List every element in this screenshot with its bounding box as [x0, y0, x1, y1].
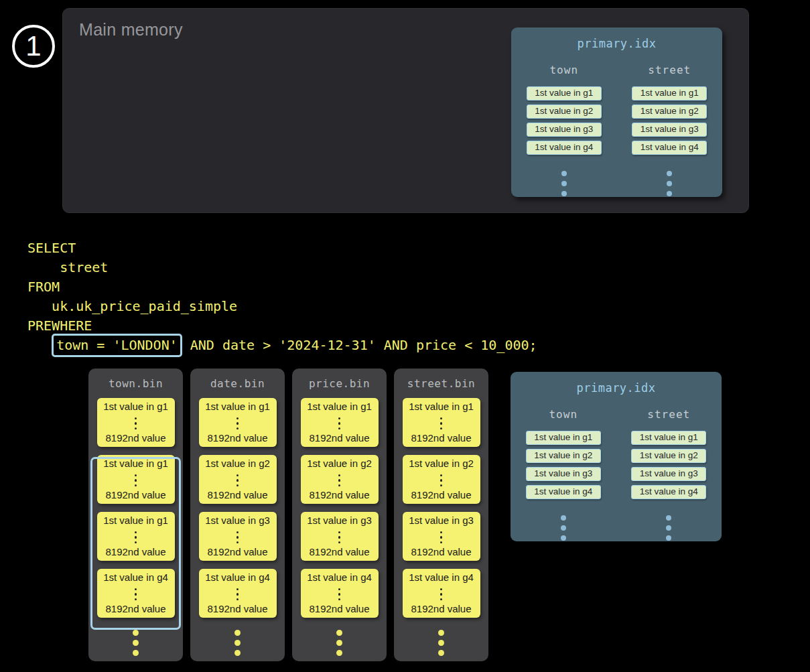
idx-column-header: town: [549, 64, 578, 76]
granule-block: 1st value in g1 8192nd value: [97, 455, 175, 504]
granule-first-value: 1st value in g4: [307, 572, 372, 583]
sql-condition-rest: AND date > '2024-12-31' AND price < 10_0…: [182, 337, 537, 353]
ellipsis-dots-icon: [292, 626, 387, 656]
granule-first-value: 1st value in g1: [103, 401, 168, 412]
granule-first-value: 1st value in g1: [205, 401, 270, 412]
granule-last-value: 8192nd value: [207, 546, 267, 557]
ellipsis-dots-icon: [440, 586, 443, 601]
granule-last-value: 8192nd value: [105, 546, 165, 557]
granule-last-value: 8192nd value: [207, 432, 267, 444]
granule-block: 1st value in g3 8192nd value: [403, 512, 480, 561]
ellipsis-dots-icon: [440, 529, 443, 544]
prewhere-town-highlight-box: town = 'LONDON': [52, 334, 182, 357]
granule-last-value: 8192nd value: [105, 603, 165, 614]
index-entry: 1st value in g3: [632, 123, 707, 137]
idx-column-town: town 1st value in g1 1st value in g2 1st…: [527, 64, 602, 196]
index-entry: 1st value in g4: [632, 141, 707, 155]
primary-idx-title: primary.idx: [511, 27, 722, 50]
index-entry: 1st value in g2: [526, 449, 601, 463]
primary-idx-title: primary.idx: [511, 372, 722, 395]
granule-first-value: 1st value in g4: [205, 572, 270, 583]
bin-file-title: street.bin: [394, 377, 488, 390]
primary-idx-box-memory: primary.idx town 1st value in g1 1st val…: [511, 27, 722, 197]
granule-first-value: 1st value in g1: [307, 401, 372, 412]
ellipsis-dots-icon: [338, 586, 341, 601]
sql-line-table: uk.uk_price_paid_simple: [27, 297, 537, 316]
granule-first-value: 1st value in g3: [307, 515, 372, 526]
granule-block: 1st value in g3 8192nd value: [301, 512, 379, 561]
ellipsis-dots-icon: [338, 415, 341, 430]
ellipsis-dots-icon: [561, 166, 567, 196]
sql-line-select: SELECT: [27, 239, 537, 258]
bin-file-street: street.bin 1st value in g1 8192nd value …: [394, 368, 488, 661]
index-entry: 1st value in g1: [632, 86, 707, 100]
index-entry: 1st value in g3: [526, 467, 601, 481]
index-entry: 1st value in g4: [526, 485, 601, 499]
granule-first-value: 1st value in g4: [409, 572, 474, 583]
index-entry: 1st value in g3: [527, 123, 602, 137]
bin-file-title: date.bin: [190, 377, 285, 390]
bin-file-title: price.bin: [292, 377, 387, 390]
ellipsis-dots-icon: [440, 472, 443, 487]
granule-block: 1st value in g4 8192nd value: [301, 569, 379, 618]
granule-block: 1st value in g3 8192nd value: [199, 512, 277, 561]
granule-block: 1st value in g4 8192nd value: [403, 569, 480, 618]
index-entry: 1st value in g4: [527, 141, 602, 155]
idx-column-street: street 1st value in g1 1st value in g2 1…: [632, 64, 707, 196]
granule-block: 1st value in g1 8192nd value: [403, 398, 480, 447]
ellipsis-dots-icon: [338, 472, 341, 487]
index-entry: 1st value in g2: [527, 105, 602, 119]
primary-idx-columns: town 1st value in g1 1st value in g2 1st…: [511, 408, 722, 541]
ellipsis-dots-icon: [135, 472, 137, 487]
ellipsis-dots-icon: [237, 586, 239, 601]
granule-last-value: 8192nd value: [309, 603, 369, 614]
granule-first-value: 1st value in g4: [103, 572, 168, 583]
granule-block: 1st value in g1 8192nd value: [97, 512, 175, 561]
ellipsis-dots-icon: [237, 529, 239, 544]
granule-first-value: 1st value in g1: [103, 515, 168, 526]
granule-block: 1st value in g2 8192nd value: [301, 455, 379, 504]
ellipsis-dots-icon: [561, 511, 566, 541]
idx-column-header: town: [549, 408, 578, 421]
sql-line-prewhere: PREWHERE: [27, 316, 537, 336]
idx-column-header: street: [647, 408, 690, 421]
idx-column-town: town 1st value in g1 1st value in g2 1st…: [526, 408, 601, 541]
index-entry: 1st value in g3: [631, 467, 706, 481]
granule-first-value: 1st value in g2: [307, 458, 372, 469]
index-entry: 1st value in g2: [631, 449, 706, 463]
ellipsis-dots-icon: [190, 626, 285, 656]
ellipsis-dots-icon: [135, 415, 137, 430]
granule-last-value: 8192nd value: [309, 432, 369, 444]
main-memory-title: Main memory: [79, 20, 183, 40]
ellipsis-dots-icon: [394, 626, 488, 656]
granule-block: 1st value in g2 8192nd value: [403, 455, 480, 504]
granule-block: 1st value in g4 8192nd value: [97, 569, 175, 618]
ellipsis-dots-icon: [667, 166, 672, 196]
index-entry: 1st value in g1: [526, 431, 601, 445]
bin-file-date: date.bin 1st value in g1 8192nd value 1s…: [190, 368, 285, 661]
granule-block: 1st value in g1 8192nd value: [97, 398, 175, 447]
granule-last-value: 8192nd value: [411, 603, 471, 614]
bin-file-price: price.bin 1st value in g1 8192nd value 1…: [292, 368, 387, 661]
ellipsis-dots-icon: [88, 626, 183, 656]
ellipsis-dots-icon: [237, 472, 239, 487]
granule-block: 1st value in g4 8192nd value: [199, 569, 277, 618]
granule-first-value: 1st value in g3: [409, 515, 474, 526]
sql-line-condition: town = 'LONDON' AND date > '2024-12-31' …: [27, 336, 537, 355]
granule-first-value: 1st value in g3: [205, 515, 270, 526]
ellipsis-dots-icon: [135, 529, 137, 544]
ellipsis-dots-icon: [666, 511, 671, 541]
sql-indent: [27, 337, 52, 353]
sql-line-from: FROM: [27, 277, 537, 297]
diagram-canvas: 1 Main memory primary.idx town 1st value…: [0, 0, 810, 672]
index-entry: 1st value in g2: [632, 105, 707, 119]
main-memory-panel: Main memory primary.idx town 1st value i…: [62, 8, 749, 213]
idx-column-street: street 1st value in g1 1st value in g2 1…: [631, 408, 706, 541]
sql-query: SELECT street FROM uk.uk_price_paid_simp…: [27, 239, 537, 355]
primary-idx-box-disk: primary.idx town 1st value in g1 1st val…: [511, 372, 722, 541]
ellipsis-dots-icon: [440, 415, 443, 430]
granule-block: 1st value in g1 8192nd value: [199, 398, 277, 447]
granule-last-value: 8192nd value: [411, 546, 471, 557]
granule-last-value: 8192nd value: [207, 489, 267, 500]
granule-last-value: 8192nd value: [105, 432, 165, 444]
